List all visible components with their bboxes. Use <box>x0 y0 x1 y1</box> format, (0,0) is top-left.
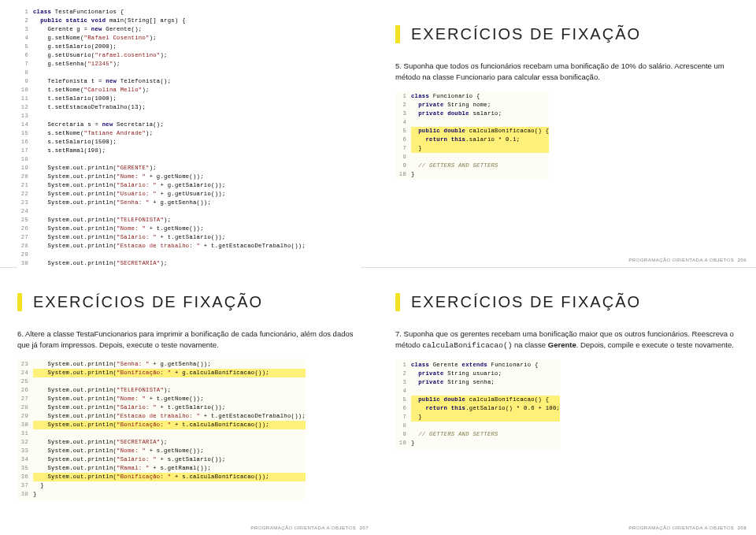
code-block-tr: 1class Funcionario {2 private String nom… <box>395 91 549 180</box>
exercise-text-5: 5. Suponha que todos os funcionários rec… <box>395 61 739 83</box>
slide-bottom-left: EXERCÍCIOS DE FIXAÇÃO 6. Altere a classe… <box>0 268 378 535</box>
code-block-tl: 1class TestaFuncionarios {2 public stati… <box>17 8 361 311</box>
slide-footer: PROGRAMAÇÃO ORIENTADA A OBJETOS 208 <box>628 526 747 530</box>
slide-bottom-right: EXERCÍCIOS DE FIXAÇÃO 7. Suponha que os … <box>378 268 756 535</box>
slide-top-right: EXERCÍCIOS DE FIXAÇÃO 5. Suponha que tod… <box>378 0 756 267</box>
slide-footer: PROGRAMAÇÃO ORIENTADA A OBJETOS 206 <box>628 258 747 262</box>
slide-heading: EXERCÍCIOS DE FIXAÇÃO <box>395 293 739 311</box>
slide-top-left: 1class TestaFuncionarios {2 public stati… <box>0 0 378 267</box>
slide-heading: EXERCÍCIOS DE FIXAÇÃO <box>17 293 361 311</box>
exercise-text-7: 7. Suponha que os gerentes recebam uma b… <box>395 329 739 351</box>
slide-footer: PROGRAMAÇÃO ORIENTADA A OBJETOS 207 <box>250 526 369 530</box>
exercise-text-6: 6. Altere a classe TestaFuncionarios par… <box>17 329 361 351</box>
slide-heading: EXERCÍCIOS DE FIXAÇÃO <box>395 25 739 43</box>
code-block-bl: 23 System.out.println("Senha: " + g.getS… <box>17 359 306 500</box>
code-block-br: 1class Gerente extends Funcionario {2 pr… <box>395 359 560 449</box>
